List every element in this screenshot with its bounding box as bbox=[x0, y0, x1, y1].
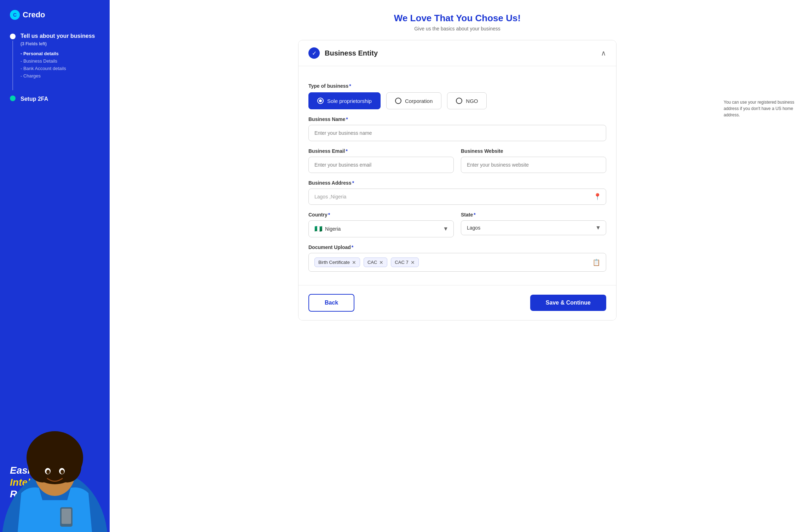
form-footer: Back Save & Continue bbox=[299, 285, 616, 320]
svg-point-8 bbox=[46, 470, 50, 474]
location-icon: 📍 bbox=[593, 193, 601, 201]
svg-point-9 bbox=[60, 470, 64, 474]
form-section: ✓ Business Entity ∧ Type of business* So… bbox=[298, 40, 616, 320]
sidebar-image-area: Easier Intelligent Rewarding bbox=[0, 412, 110, 532]
check-circle-icon: ✓ bbox=[308, 47, 320, 59]
state-label: State* bbox=[461, 212, 606, 218]
business-website-field: Business Website bbox=[461, 148, 606, 173]
radio-sole bbox=[317, 98, 324, 104]
logo-text: Credo bbox=[23, 10, 45, 19]
type-ngo[interactable]: NGO bbox=[447, 92, 487, 109]
doc-tag-2-close[interactable]: ✕ bbox=[411, 260, 415, 265]
step1-item: Tell us about your business (3 Fields le… bbox=[10, 33, 100, 92]
address-input-wrapper: 📍 bbox=[308, 189, 606, 205]
back-button[interactable]: Back bbox=[308, 294, 354, 312]
logo-icon: C bbox=[10, 10, 20, 20]
email-website-row: Business Email* Business Website bbox=[308, 148, 606, 173]
doc-tag-1-close[interactable]: ✕ bbox=[379, 260, 383, 265]
business-email-field: Business Email* bbox=[308, 148, 454, 173]
svg-point-4 bbox=[28, 451, 57, 482]
state-chevron-icon: ▼ bbox=[595, 225, 601, 231]
doc-tag-0-name: Birth Certificate bbox=[318, 260, 350, 265]
page-header: We Love That You Chose Us! Give us the b… bbox=[110, 0, 805, 40]
step2-title: Setup 2FA bbox=[21, 96, 48, 102]
country-value: Nigeria bbox=[325, 226, 341, 232]
step2-item: Setup 2FA bbox=[10, 94, 100, 102]
business-name-label: Business Name* bbox=[308, 116, 606, 122]
step1-title: Tell us about your business (3 Fields le… bbox=[21, 33, 100, 47]
state-select[interactable]: Lagos ▼ bbox=[461, 220, 606, 235]
business-email-label: Business Email* bbox=[308, 148, 454, 154]
doc-tag-1-name: CAC bbox=[367, 260, 377, 265]
doc-tag-2-name: CAC 7 bbox=[395, 260, 408, 265]
radio-corp bbox=[395, 98, 401, 104]
doc-tag-0-close[interactable]: ✕ bbox=[352, 260, 356, 265]
business-address-field: Business Address* 📍 bbox=[308, 180, 606, 205]
business-name-input[interactable] bbox=[308, 125, 606, 141]
svg-rect-11 bbox=[62, 509, 71, 524]
sidebar-item-business[interactable]: - Business Details bbox=[21, 58, 100, 64]
business-address-input[interactable] bbox=[308, 189, 606, 205]
doc-tag-0: Birth Certificate ✕ bbox=[314, 258, 360, 267]
type-sole-label: Sole proprietorship bbox=[327, 98, 372, 104]
type-ngo-label: NGO bbox=[466, 98, 478, 104]
business-email-input[interactable] bbox=[308, 157, 454, 173]
step2-dot bbox=[10, 96, 16, 101]
page-subtitle: Give us the basics about your business bbox=[124, 26, 791, 31]
step1-line bbox=[12, 41, 13, 90]
main-content: We Love That You Chose Us! Give us the b… bbox=[110, 0, 805, 532]
country-flag: 🇳🇬 bbox=[314, 225, 322, 233]
business-website-input[interactable] bbox=[461, 157, 606, 173]
type-options: Sole proprietorship Corporation NGO bbox=[308, 92, 606, 109]
section-body: Type of business* Sole proprietorship Co… bbox=[299, 66, 616, 282]
type-of-business-field: Type of business* Sole proprietorship Co… bbox=[308, 83, 606, 109]
section-header: ✓ Business Entity ∧ bbox=[299, 40, 616, 66]
type-corporation[interactable]: Corporation bbox=[386, 92, 441, 109]
state-value: Lagos bbox=[467, 225, 480, 231]
business-website-label: Business Website bbox=[461, 148, 606, 154]
side-tip: You can use your registered business add… bbox=[724, 99, 794, 118]
country-select[interactable]: 🇳🇬 Nigeria ▼ bbox=[308, 220, 454, 237]
type-corp-label: Corporation bbox=[405, 98, 433, 104]
type-sole-proprietorship[interactable]: Sole proprietorship bbox=[308, 92, 381, 109]
doc-tag-2: CAC 7 ✕ bbox=[391, 258, 418, 267]
country-chevron-icon: ▼ bbox=[443, 226, 448, 232]
logo: C Credo bbox=[0, 0, 110, 20]
page-title: We Love That You Chose Us! bbox=[124, 13, 791, 24]
document-upload-button[interactable]: 📋 bbox=[592, 259, 600, 266]
section-header-left: ✓ Business Entity bbox=[308, 47, 378, 59]
collapse-icon[interactable]: ∧ bbox=[601, 49, 606, 57]
radio-ngo bbox=[456, 98, 462, 104]
sidebar: C Credo Tell us about your business (3 F… bbox=[0, 0, 110, 532]
form-container: ✓ Business Entity ∧ Type of business* So… bbox=[263, 40, 652, 335]
sidebar-item-bank[interactable]: - Bank Account details bbox=[21, 66, 100, 71]
business-address-label: Business Address* bbox=[308, 180, 606, 186]
state-field: State* Lagos ▼ bbox=[461, 212, 606, 237]
step1-subitems: - Personal details - Business Details - … bbox=[21, 51, 100, 79]
country-field: Country* 🇳🇬 Nigeria ▼ bbox=[308, 212, 454, 237]
country-label: Country* bbox=[308, 212, 454, 218]
country-state-row: Country* 🇳🇬 Nigeria ▼ State* bbox=[308, 212, 606, 237]
save-continue-button[interactable]: Save & Continue bbox=[530, 295, 606, 311]
svg-point-5 bbox=[53, 451, 81, 482]
doc-tag-1: CAC ✕ bbox=[364, 258, 387, 267]
section-title: Business Entity bbox=[325, 49, 378, 57]
sidebar-item-charges[interactable]: - Charges bbox=[21, 73, 100, 79]
business-name-field: Business Name* bbox=[308, 116, 606, 141]
step1-dot bbox=[10, 34, 16, 39]
sidebar-item-personal[interactable]: - Personal details bbox=[21, 51, 100, 56]
document-upload-area[interactable]: Birth Certificate ✕ CAC ✕ CAC 7 ✕ 📋 bbox=[308, 253, 606, 272]
type-label: Type of business* bbox=[308, 83, 606, 89]
document-upload-field: Document Upload* Birth Certificate ✕ CAC… bbox=[308, 244, 606, 272]
document-upload-label: Document Upload* bbox=[308, 244, 606, 250]
